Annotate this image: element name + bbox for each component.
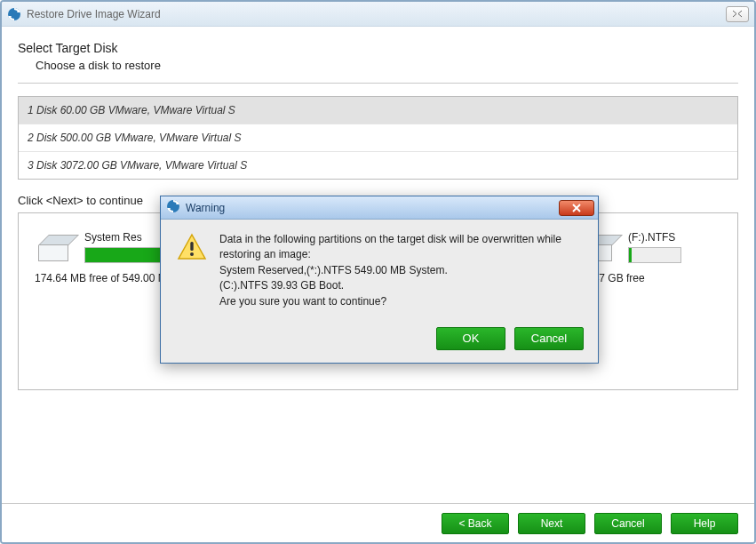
dialog-line: (C:).NTFS 39.93 GB Boot. [219, 278, 582, 293]
next-button[interactable]: Next [518, 513, 585, 534]
warning-icon [177, 232, 207, 309]
dialog-close-button[interactable] [559, 200, 594, 216]
dialog-line: Are you sure you want to continue? [219, 294, 582, 309]
usage-bar [628, 247, 681, 263]
app-icon [7, 7, 21, 21]
svg-rect-9 [190, 242, 193, 251]
disk-row[interactable]: 2 Disk 500.00 GB VMware, VMware Virtual … [19, 124, 737, 151]
cancel-button[interactable]: Cancel [594, 513, 662, 534]
page-subheading: Choose a disk to restore [36, 59, 738, 72]
drive-icon [35, 235, 74, 263]
svg-point-10 [190, 252, 194, 256]
ok-button[interactable]: OK [436, 327, 505, 350]
back-button[interactable]: < Back [442, 513, 509, 534]
dialog-buttons: OK Cancel [161, 318, 598, 363]
dialog-body: Data in the following partitions on the … [161, 220, 598, 318]
titlebar-left: Restore Drive Image Wizard [7, 7, 161, 21]
app-icon [166, 199, 180, 216]
dialog-cancel-button[interactable]: Cancel [514, 327, 584, 350]
window-title: Restore Drive Image Wizard [27, 8, 161, 20]
disk-row[interactable]: 3 Disk 3072.00 GB VMware, VMware Virtual… [19, 151, 737, 179]
dialog-title: Warning [186, 202, 225, 214]
divider [18, 83, 738, 84]
partition-label: (F:).NTFS [628, 231, 699, 244]
help-button[interactable]: Help [671, 513, 738, 534]
dialog-line: Data in the following partitions on the … [219, 232, 582, 263]
disk-list: 1 Disk 60.00 GB VMware, VMware Virtual S… [18, 96, 738, 180]
disk-row[interactable]: 1 Disk 60.00 GB VMware, VMware Virtual S [19, 97, 737, 124]
dialog-line: System Reserved,(*:).NTFS 549.00 MB Syst… [219, 263, 582, 278]
dialog-text: Data in the following partitions on the … [219, 232, 582, 309]
page-heading: Select Target Disk [18, 41, 738, 55]
titlebar: Restore Drive Image Wizard [2, 2, 754, 27]
window-close-button[interactable] [726, 6, 749, 22]
warning-dialog: Warning Data in the following partitions… [160, 196, 599, 364]
footer: < Back Next Cancel Help [2, 503, 754, 542]
dialog-titlebar: Warning [161, 196, 598, 220]
usage-bar-fill [629, 248, 632, 262]
